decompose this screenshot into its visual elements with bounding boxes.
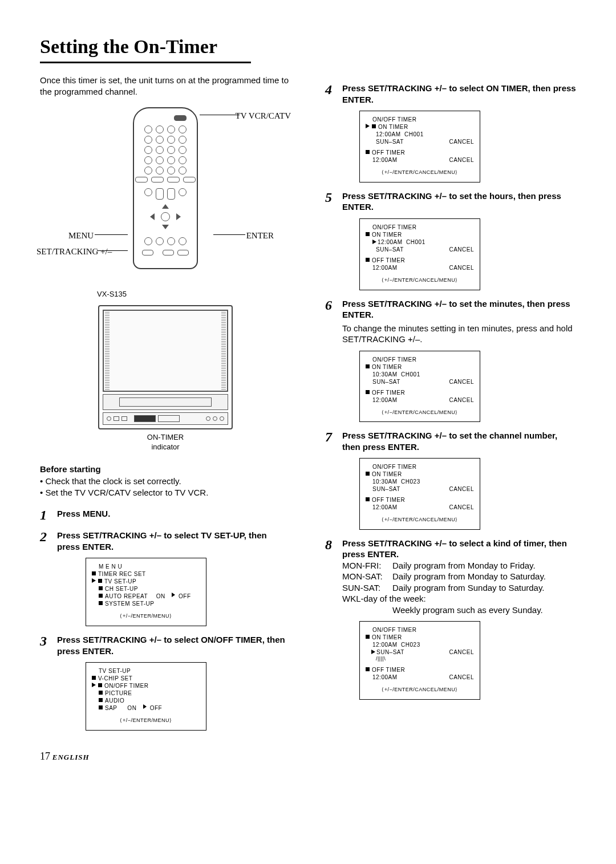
label-enter: ENTER [246,230,274,242]
osd-tv-setup: TV SET-UP [104,578,136,585]
bullet-1: Check that the clock is set correctly. [40,476,291,487]
osd4-title: ON/OFF TIMER [372,116,474,123]
label-settracking: SET/TRACKING +/– [37,246,99,258]
osd-tvsetup-foot: ⟨+/−/ENTER/MENU⟩ [92,717,200,724]
step-8-text: Press SET/TRACKING +/– to select a kind … [342,538,567,559]
step-3: 3 Press SET/TRACKING +/– to select ON/OF… [40,634,291,656]
osd-ch-setup: CH SET-UP [105,585,138,593]
step-2-text: Press SET/TRACKING +/– to select TV SET-… [57,530,267,551]
step-4: 4 Press SET/TRACKING +/– to select ON TI… [325,83,576,105]
step-1-num: 1 [40,508,51,522]
opt-monfri-k: MON-FRI: [342,560,388,571]
step-6: 6 Press SET/TRACKING +/– to set the minu… [325,298,576,345]
osd-step8: ON/OFF TIMER ON TIMER 12:00AM CH023 SUN–… [359,621,480,699]
before-starting-head: Before starting [40,464,291,475]
opt-sunsat-k: SUN-SAT: [342,582,388,594]
page-lang: ENGLISH [52,753,90,761]
osd-step7: ON/OFF TIMER ON TIMER 10:30AM CH023 SUN–… [359,458,480,530]
osd-menu-title: M E N U [99,563,200,570]
step-7-num: 7 [325,430,337,444]
osd-vchip: V-CHIP SET [98,675,132,682]
osd-step5: ON/OFF TIMER ON TIMER 12:00AM CH001 SUN–… [359,218,480,290]
step-3-num: 3 [40,634,51,648]
step-2-num: 2 [40,530,51,543]
osd4-off: OFF TIMER [372,149,405,156]
on-timer-caption: ON-TIMER [147,433,184,441]
step-3-text: Press SET/TRACKING +/– to select ON/OFF … [57,635,285,656]
osd-tvsetup-title: TV SET-UP [99,667,200,675]
step-6-text: Press SET/TRACKING +/– to set the minute… [342,299,570,320]
osd-tvsetup: TV SET-UP V-CHIP SET ON/OFF TIMER PICTUR… [86,662,206,731]
page-title: Setting the On-Timer [40,34,251,63]
step-5: 5 Press SET/TRACKING +/– to set the hour… [325,190,576,213]
osd-step6: ON/OFF TIMER ON TIMER 10:30AM CH001 SUN–… [359,351,480,423]
model-label: VX-S135 [97,290,291,299]
bullet-2: Set the TV VCR/CATV selector to TV VCR. [40,487,291,498]
step-1-text: Press MENU. [57,509,110,518]
opt-wkl-note: Weekly program such as every Sunday. [392,605,576,616]
step-1: 1 Press MENU. [40,508,291,522]
step-5-text: Press SET/TRACKING +/– to set the hours,… [342,191,561,212]
label-menu: MENU [68,230,94,242]
osd-step4: ON/OFF TIMER ON TIMER 12:00AM CH001 SUN–… [359,111,480,182]
remote-body [133,107,198,269]
opt-monfri-v: Daily program from Monday to Friday. [392,560,536,571]
page-footer: 17 ENGLISH [40,750,576,763]
step-4-text: Press SET/TRACKING +/– to select ON TIME… [342,83,576,104]
step-5-num: 5 [325,190,337,204]
osd-auto-repeat: AUTO REPEAT [105,593,148,600]
step-7-text: Press SET/TRACKING +/– to set the channe… [342,431,557,452]
remote-figure: TV VCR/CATV MENU SET/TRACKING +/– ENTER [40,107,291,278]
osd-sap: SAP [105,704,117,712]
opt-wkl-k: WKL-day of the week: [342,593,426,605]
before-bullets: Check that the clock is set correctly. S… [40,476,291,498]
step-8: 8 Press SET/TRACKING +/– to select a kin… [325,538,576,616]
osd-system-setup: SYSTEM SET-UP [105,600,155,607]
step-6-note: To change the minutes setting in ten min… [342,323,576,345]
tv-figure: ON-TIMER indicator [40,305,291,452]
opt-sunsat-v: Daily program from Sunday to Saturday. [392,582,545,594]
osd4-on: ON TIMER [378,123,408,131]
label-tv-vcr: TV VCR/CATV [236,111,291,122]
step-4-num: 4 [325,83,337,96]
opt-monsat-v: Daily program from Monday to Saturday. [392,571,546,582]
osd-onoff-timer: ON/OFF TIMER [104,682,148,689]
page-number: 17 [40,751,50,762]
intro-text: Once this timer is set, the unit turns o… [40,75,291,97]
indicator-caption: indicator [151,443,179,451]
step-6-num: 6 [325,298,337,312]
step-2: 2 Press SET/TRACKING +/– to select TV SE… [40,530,291,552]
osd4-foot: ⟨+/−/ENTER/CANCEL/MENU⟩ [366,169,474,176]
opt-monsat-k: MON-SAT: [342,571,388,582]
osd-picture: PICTURE [105,689,132,697]
step-7: 7 Press SET/TRACKING +/– to set the chan… [325,430,576,452]
step-8-num: 8 [325,538,337,551]
osd-menu: M E N U TIMER REC SET TV SET-UP CH SET-U… [86,558,206,626]
osd-timer-rec: TIMER REC SET [98,570,146,578]
osd-menu-foot: ⟨+/−/ENTER/MENU⟩ [92,613,200,620]
osd-audio: AUDIO [105,697,124,704]
